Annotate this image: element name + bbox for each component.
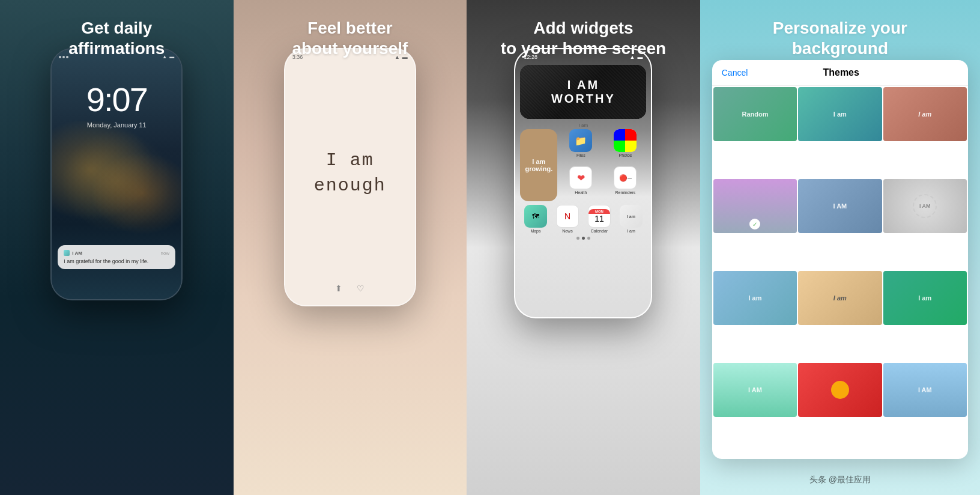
panel-personalize: Personalize your background Cancel Theme… bbox=[700, 0, 980, 495]
small-widget-text: I amgrowing. bbox=[520, 153, 557, 177]
background-lights bbox=[52, 121, 181, 241]
notif-header: I AM now bbox=[64, 250, 169, 256]
app-grid: 📁 Files Photos ❤ Health 🔴— bbox=[560, 129, 646, 201]
app-icon-maps: 🗺 Maps bbox=[524, 205, 547, 233]
themes-panel: Cancel Themes Random I am I am ✓ I AM bbox=[712, 60, 968, 459]
theme-item-9[interactable]: I am bbox=[883, 271, 967, 325]
theme-bg-1: Random bbox=[713, 87, 797, 141]
panel-daily-affirmations: Get daily affirmations ▲ ▬ 9:07 Monday, … bbox=[0, 0, 234, 495]
notif-app-name: I AM bbox=[64, 250, 82, 256]
health-app-icon: ❤ bbox=[569, 166, 592, 189]
heart-icon[interactable]: ♡ bbox=[357, 284, 364, 293]
theme-selected-check: ✓ bbox=[749, 219, 760, 229]
reminders-label: Reminders bbox=[615, 190, 635, 195]
iam-app-icon: I am bbox=[620, 205, 643, 228]
files-app-icon: 📁 bbox=[569, 129, 592, 152]
theme-bg-2: I am bbox=[798, 87, 882, 141]
theme-bg-5: I AM bbox=[798, 179, 882, 233]
signal-dot-1 bbox=[59, 56, 61, 58]
news-app-icon: N bbox=[556, 205, 579, 228]
theme-bg-11 bbox=[798, 363, 882, 417]
theme-bg-7: I am bbox=[713, 271, 797, 325]
app-icon-news: N News bbox=[556, 205, 579, 233]
signal-dot-2 bbox=[62, 56, 65, 58]
widget-label: I am bbox=[520, 123, 646, 128]
page-dot-3 bbox=[587, 237, 590, 240]
bottom-apps-row: 🗺 Maps N News MON 11 Calendar I am I am bbox=[515, 201, 651, 234]
theme-item-2[interactable]: I am bbox=[798, 87, 882, 141]
theme-item-11[interactable] bbox=[798, 363, 882, 417]
files-label: Files bbox=[576, 153, 585, 157]
theme-item-12[interactable]: I AM bbox=[883, 363, 967, 417]
phone-mockup-1: ▲ ▬ 9:07 Monday, January 11 I AM now I a… bbox=[50, 48, 183, 300]
battery-icon: ▬ bbox=[169, 54, 174, 59]
phone-mockup-2: 3:36 ▲ ▬ I am enough ⬆ ♡ bbox=[284, 48, 416, 306]
theme-bg-9: I am bbox=[883, 271, 967, 325]
photos-label: Photos bbox=[619, 153, 632, 157]
theme-item-3[interactable]: I am bbox=[883, 87, 967, 141]
home-row: I amgrowing. 📁 Files Photos ❤ bbox=[520, 129, 646, 201]
theme-bg-12: I AM bbox=[883, 363, 967, 417]
themes-title: Themes bbox=[823, 67, 859, 78]
news-label: News bbox=[562, 229, 573, 233]
panel4-heading: Personalize your background bbox=[773, 18, 907, 58]
theme-item-4[interactable]: ✓ bbox=[713, 179, 797, 233]
page-dot-1 bbox=[576, 237, 579, 240]
affirmation-text-content: I am enough bbox=[314, 148, 386, 198]
theme-item-8[interactable]: I am bbox=[798, 271, 882, 325]
theme-item-6[interactable]: I AM bbox=[883, 179, 967, 233]
theme-item-7[interactable]: I am bbox=[713, 271, 797, 325]
bottom-action-icons: ⬆ ♡ bbox=[335, 284, 364, 305]
lock-screen-clock: 9:07 bbox=[86, 80, 147, 119]
app-icon-calendar: MON 11 Calendar bbox=[588, 205, 611, 233]
notif-text: I am grateful for the good in my life. bbox=[64, 258, 169, 264]
phone-screen-2: 3:36 ▲ ▬ I am enough ⬆ ♡ bbox=[285, 49, 415, 305]
health-label: Health bbox=[575, 190, 587, 195]
calendar-app-icon: MON 11 bbox=[588, 205, 611, 228]
small-widget: I amgrowing. bbox=[520, 129, 557, 201]
app-icon-iam: I am I am bbox=[620, 205, 643, 233]
share-icon[interactable]: ⬆ bbox=[335, 284, 342, 293]
theme-bg-10: I AM bbox=[713, 363, 797, 417]
affirmation-display: I am enough bbox=[314, 62, 386, 284]
app-icon-reminders: 🔴— Reminders bbox=[604, 166, 646, 201]
app-icon-health: ❤ Health bbox=[560, 166, 602, 201]
notif-time: now bbox=[161, 251, 170, 256]
app-icon-photos: Photos bbox=[604, 129, 646, 164]
calendar-label: Calendar bbox=[591, 229, 608, 233]
page-dot-2 bbox=[582, 237, 585, 240]
phone-mockup-3: 12:28 ▲ ▬ I AM WORTHY I am I amgrowing. bbox=[514, 48, 652, 318]
themes-grid: Random I am I am ✓ I AM I AM bbox=[712, 86, 968, 455]
signal-dots bbox=[59, 54, 68, 59]
theme-item-1[interactable]: Random bbox=[713, 87, 797, 141]
panel2-heading: Feel better about yourself bbox=[292, 18, 408, 58]
panel1-heading: Get daily affirmations bbox=[68, 18, 165, 58]
theme-bg-3: I am bbox=[883, 87, 967, 141]
notification-card: I AM now I am grateful for the good in m… bbox=[58, 245, 175, 269]
page-indicator bbox=[515, 234, 651, 242]
large-widget: I AM WORTHY bbox=[520, 65, 646, 119]
theme-item-5[interactable]: I AM bbox=[798, 179, 882, 233]
themes-header: Cancel Themes bbox=[712, 60, 968, 86]
notif-app-icon bbox=[64, 250, 70, 256]
widget-large-text: I AM WORTHY bbox=[551, 78, 616, 106]
theme-bg-8: I am bbox=[798, 271, 882, 325]
photos-app-icon bbox=[614, 129, 637, 152]
maps-app-icon: 🗺 bbox=[524, 205, 547, 228]
theme-item-10[interactable]: I AM bbox=[713, 363, 797, 417]
theme-bg-6: I AM bbox=[883, 179, 967, 233]
cancel-button[interactable]: Cancel bbox=[722, 68, 748, 77]
iam-label: I am bbox=[627, 229, 635, 233]
watermark: 头条 @最佳应用 bbox=[700, 475, 980, 485]
panel-feel-better: Feel better about yourself 3:36 ▲ ▬ I am… bbox=[234, 0, 467, 495]
app-icon-files: 📁 Files bbox=[560, 129, 602, 164]
maps-label: Maps bbox=[530, 229, 540, 233]
reminders-app-icon: 🔴— bbox=[614, 166, 637, 189]
panel-add-widgets: Add widgets to your home screen 12:28 ▲ … bbox=[467, 0, 700, 495]
phone-screen-1: ▲ ▬ 9:07 Monday, January 11 I AM now I a… bbox=[52, 49, 181, 299]
phone-screen-3: 12:28 ▲ ▬ I AM WORTHY I am I amgrowing. bbox=[515, 49, 651, 317]
panel3-heading: Add widgets to your home screen bbox=[501, 18, 666, 58]
